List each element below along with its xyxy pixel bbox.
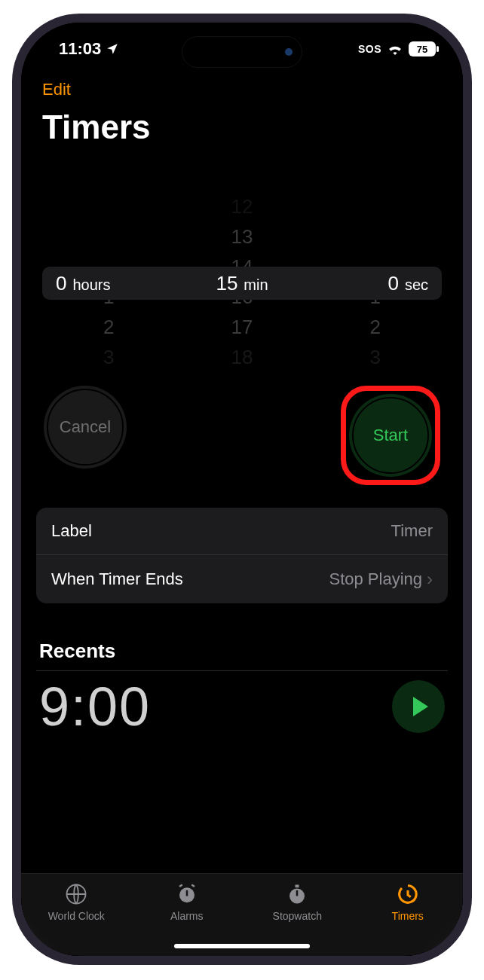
recent-timer-row[interactable]: 9:00 xyxy=(21,671,463,737)
label-value: Timer xyxy=(391,521,433,541)
home-indicator[interactable] xyxy=(174,944,310,948)
recents-heading: Recents xyxy=(39,640,445,663)
dynamic-island xyxy=(182,36,302,68)
page-title: Timers xyxy=(42,108,442,146)
start-button[interactable]: Start xyxy=(349,394,432,477)
start-button-highlight: Start xyxy=(341,386,440,485)
globe-icon xyxy=(63,881,89,907)
label-row[interactable]: Label Timer xyxy=(36,508,448,554)
stopwatch-icon xyxy=(284,881,310,907)
screen: 11:03 SOS 75 Edit Timers 1 2 3 12 13 xyxy=(21,23,463,956)
svg-rect-5 xyxy=(296,890,299,896)
tab-world-clock[interactable]: World Clock xyxy=(21,874,132,956)
time-picker[interactable]: 1 2 3 12 13 14 16 17 18 1 2 3 0hours 15m… xyxy=(42,191,442,372)
ends-value: Stop Playing xyxy=(329,569,422,589)
svg-rect-2 xyxy=(186,890,188,896)
tab-timers[interactable]: Timers xyxy=(353,874,464,956)
play-recent-button[interactable] xyxy=(392,680,445,733)
alarm-icon xyxy=(174,881,200,907)
ends-key: When Timer Ends xyxy=(51,569,183,589)
timer-icon xyxy=(395,881,421,907)
timer-options: Label Timer When Timer Ends Stop Playing… xyxy=(36,508,448,603)
when-timer-ends-row[interactable]: When Timer Ends Stop Playing › xyxy=(36,554,448,603)
label-key: Label xyxy=(51,521,92,541)
play-icon xyxy=(413,697,428,716)
phone-frame: 11:03 SOS 75 Edit Timers 1 2 3 12 13 xyxy=(12,14,472,965)
sos-indicator: SOS xyxy=(358,43,381,55)
status-time: 11:03 xyxy=(59,39,101,59)
cancel-button[interactable]: Cancel xyxy=(44,386,127,469)
edit-button[interactable]: Edit xyxy=(42,80,442,99)
chevron-right-icon: › xyxy=(427,569,433,590)
wifi-icon xyxy=(387,43,403,55)
picker-selected-row: 0hours 15min 0sec xyxy=(42,267,442,300)
svg-rect-4 xyxy=(296,885,299,888)
battery-indicator: 75 xyxy=(409,41,436,56)
location-icon xyxy=(106,42,119,56)
recent-time: 9:00 xyxy=(39,676,151,737)
